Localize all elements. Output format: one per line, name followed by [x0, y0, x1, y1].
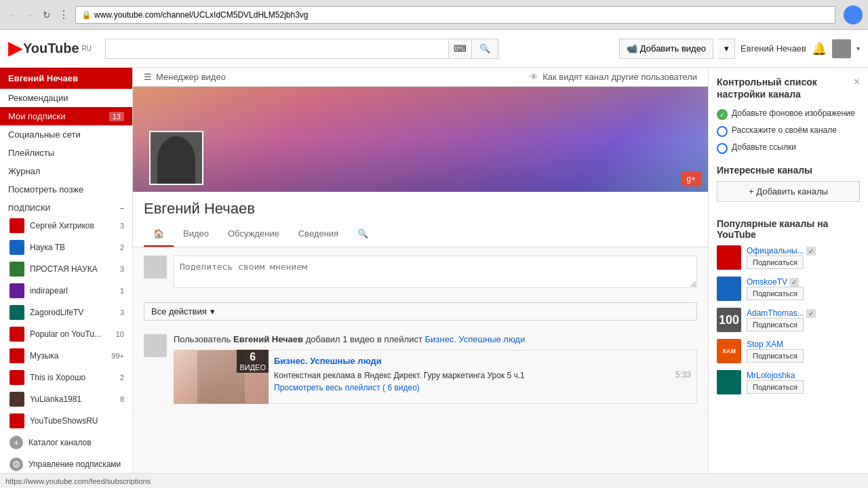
panel-channel-item: 100 AdamThomas... ✓ Подписаться [717, 308, 860, 332]
sub-avatar [9, 327, 24, 342]
search-button[interactable]: 🔍 [471, 39, 498, 59]
youtube-logo-text: YouTube [23, 41, 79, 56]
sidebar-sub-item[interactable]: ZagorodLifeTV 3 [0, 302, 132, 323]
forward-button[interactable]: → [22, 7, 37, 22]
search-input[interactable] [105, 39, 448, 59]
feed-thumbnail: 6 ВИДЕО [174, 350, 269, 404]
gplus-button[interactable]: g+ [681, 171, 701, 186]
search-bar: ⌨ 🔍 [105, 39, 498, 59]
sub-name: Popular on YouTu... [30, 329, 111, 339]
sidebar-item-journal[interactable]: Журнал [0, 162, 132, 180]
subscribe-button[interactable]: Подписаться [747, 318, 804, 331]
popular-channels-title: Популярные каналы на YouTube [717, 218, 860, 240]
add-video-dropdown[interactable]: ▾ [719, 39, 735, 59]
subscribe-button[interactable]: Подписаться [747, 380, 804, 394]
feed-card-desc: Контекстная реклама в Яндекс Директ. Гур… [274, 371, 525, 380]
channel-banner: g+ [133, 87, 708, 192]
user-avatar[interactable] [832, 39, 851, 58]
sub-name: ZagorodLifeTV [30, 308, 115, 317]
user-dropdown-arrow[interactable]: ▾ [856, 45, 860, 52]
sidebar-recommendations-label: Рекомендации [8, 93, 68, 103]
sidebar-item-subscriptions[interactable]: Мои подписки 13 [0, 107, 132, 125]
sidebar-sub-item[interactable]: YuLianka1981 8 [0, 388, 132, 410]
sidebar-sub-item[interactable]: Наука ТВ 2 [0, 237, 132, 258]
subscribe-button[interactable]: Подписаться [747, 287, 804, 300]
sidebar-sub-item[interactable]: Сергей Хитриков 3 [0, 215, 132, 237]
url-input[interactable] [94, 10, 829, 20]
tab-home[interactable]: 🏠 [144, 222, 174, 247]
sidebar-sub-item[interactable]: YouTubeShowsRU [0, 410, 132, 432]
comment-input[interactable] [174, 256, 697, 288]
feed-playlist-link[interactable]: Бизнес. Успешные люди [425, 334, 525, 344]
sidebar-item-playlists[interactable]: Плейлисты [0, 144, 132, 162]
youtube-logo[interactable]: ▶ YouTube RU [8, 38, 92, 59]
sidebar-sub-item[interactable]: Музыка 99+ [0, 345, 132, 367]
panel-ch-avatar [717, 245, 741, 270]
subscribe-button[interactable]: Подписаться [747, 349, 804, 363]
sub-avatar [9, 370, 24, 385]
add-video-button[interactable]: 📹 Добавить видео [619, 39, 713, 59]
youtube-logo-ru: RU [82, 45, 92, 52]
refresh-button[interactable]: ↻ [39, 7, 54, 22]
panel-ch-avatar [717, 370, 741, 394]
feed-card-playlist-link[interactable]: Просмотреть весь плейлист ( 6 видео) [274, 383, 691, 392]
panel-ch-name[interactable]: MrLolojoshka [747, 371, 860, 380]
tab-search[interactable]: 🔍 [348, 222, 378, 247]
sidebar-catalog-item[interactable]: + Каталог каналов [0, 432, 132, 453]
sidebar-sub-item[interactable]: indirapearl 1 [0, 280, 132, 302]
address-bar[interactable]: 🔒 [75, 6, 835, 24]
sidebar-social-label: Социальные сети [8, 129, 81, 140]
back-button[interactable]: ← [5, 7, 20, 22]
bell-icon[interactable]: 🔔 [812, 41, 827, 56]
check-circle-todo [717, 126, 728, 137]
channel-name-row: Евгений Нечаев [133, 192, 708, 222]
checklist-text: Расскажите о своём канале [732, 125, 837, 135]
panel-channel-item: OmskoeTV ✓ Подписаться [717, 277, 860, 301]
video-manager-label[interactable]: Менеджер видео [156, 72, 226, 82]
checklist-text: Добавьте ссылки [732, 142, 796, 152]
panel-ch-name[interactable]: Stop ХАМ [747, 340, 860, 349]
sidebar-playlists-label: Плейлисты [8, 148, 54, 158]
feed-card-title[interactable]: Бизнес. Успешные люди [274, 356, 691, 366]
subscribe-button[interactable]: Подписаться [747, 256, 804, 269]
sub-name: This is Хорошо [30, 373, 115, 382]
add-channel-button[interactable]: + Добавить каналы [717, 181, 860, 202]
topbar-right[interactable]: 👁 Как видят канал другие пользователи [530, 72, 697, 82]
sub-avatar [9, 218, 24, 233]
browser-profile[interactable] [844, 5, 863, 24]
sub-count: 1 [120, 287, 124, 295]
sidebar-section-toggle[interactable]: – [120, 204, 124, 212]
sidebar-sub-item[interactable]: ПРОСТАЯ НАУКА 3 [0, 258, 132, 280]
panel-ch-name[interactable]: AdamThomas... ✓ [747, 308, 860, 318]
panel-close-button[interactable]: × [854, 76, 860, 88]
sidebar-subscriptions-section: ПОДПИСКИ – [0, 199, 132, 215]
panel-channel-item: MrLolojoshka Подписаться [717, 370, 860, 394]
sidebar-item-watch-later[interactable]: Посмотреть позже [0, 180, 132, 199]
sub-avatar [9, 283, 24, 298]
sub-count: 99+ [111, 352, 124, 360]
feed-text-middle: добавил 1 видео в плейлист [306, 334, 422, 344]
panel-ch-name[interactable]: Официальны... ✓ [747, 246, 860, 256]
sidebar-item-social[interactable]: Социальные сети [0, 125, 132, 144]
banner-overlay [133, 87, 708, 192]
checklist-text: Добавьте фоновое изображение [732, 108, 855, 118]
keyboard-icon[interactable]: ⌨ [448, 39, 471, 59]
sidebar-subscriptions-label: Мои подписки [8, 111, 65, 121]
topbar-left: ☰ Менеджер видео [144, 72, 226, 82]
panel-ch-name[interactable]: OmskoeTV ✓ [747, 277, 860, 287]
tab-info[interactable]: Сведения [289, 222, 348, 247]
panel-ch-info: Официальны... ✓ Подписаться [747, 246, 860, 269]
sidebar-sub-item[interactable]: This is Хорошо 2 [0, 367, 132, 388]
video-count-badge: 6 ВИДЕО [237, 350, 269, 373]
sidebar-item-recommendations[interactable]: Рекомендации [0, 89, 132, 107]
sidebar-user-item[interactable]: Евгений Нечаев [0, 68, 132, 89]
sub-name: YouTubeShowsRU [30, 416, 119, 426]
tab-video[interactable]: Видео [174, 222, 218, 247]
actions-dropdown[interactable]: Все действия ▾ [144, 302, 697, 321]
grid-button[interactable]: ⋮ [56, 7, 71, 22]
tab-discussion[interactable]: Обсуждение [218, 222, 289, 247]
sidebar-manage-item[interactable]: ⚙ Управление подписками [0, 453, 132, 473]
panel-ch-avatar: ХАМ [717, 339, 741, 363]
channel-tabs: 🏠 Видео Обсуждение Сведения 🔍 [133, 222, 708, 247]
sidebar-sub-item[interactable]: Popular on YouTu... 10 [0, 323, 132, 345]
